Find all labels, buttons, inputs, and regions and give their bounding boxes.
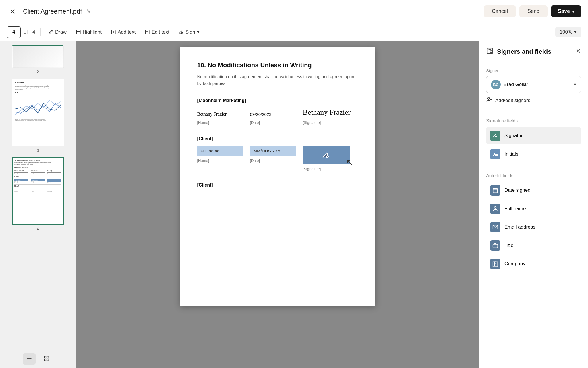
highlight-icon — [76, 30, 81, 35]
briefcase-icon — [492, 243, 498, 248]
sign-chevron-icon: ▾ — [197, 29, 200, 35]
svg-rect-17 — [493, 188, 498, 193]
initials-field-svg: Aa — [492, 151, 498, 157]
svg-point-21 — [494, 207, 496, 209]
company-label: Company — [504, 261, 525, 267]
client1-section: [Client] Full name [Name] MM/DD/YYYY [Da… — [197, 136, 358, 171]
client1-name-field[interactable]: Full name [Name] — [197, 146, 243, 171]
top-toolbar: Client Agreement.pdf ✎ Cancel Send Save … — [0, 0, 588, 23]
svg-point-12 — [490, 51, 492, 53]
signer-section-label: Signer — [486, 68, 581, 73]
svg-rect-9 — [45, 359, 46, 361]
page-number-input[interactable] — [7, 26, 21, 38]
close-panel-icon — [575, 48, 581, 54]
signer-name: Brad Gellar — [504, 82, 574, 87]
client1-sig-field[interactable]: ↖ [Signature] — [303, 146, 350, 171]
edit-text-icon — [145, 30, 150, 35]
company-field-item[interactable]: Company — [486, 255, 581, 273]
client1-sig-row: Full name [Name] MM/DD/YYYY [Date] ↖ [Si… — [197, 146, 358, 171]
zoom-chevron-icon: ▾ — [574, 29, 577, 35]
list-view-button[interactable] — [23, 353, 36, 365]
close-panel-button[interactable] — [575, 48, 581, 55]
signature-field-svg — [492, 133, 498, 139]
date-signed-field-item[interactable]: Date signed — [486, 182, 581, 199]
thumbnail-page-4[interactable]: 10. No Modifications Unless in Writing N… — [12, 157, 64, 231]
moonhelm-name-field: Bethany Frazier [Name] — [197, 108, 243, 125]
edit-text-tool-button[interactable]: Edit text — [141, 27, 173, 37]
grid-icon — [44, 356, 49, 361]
client1-sig-placeholder[interactable]: ↖ — [303, 146, 350, 164]
client1-label: [Client] — [197, 136, 358, 141]
add-text-icon — [111, 30, 116, 35]
thumb-label-3: 3 — [37, 148, 39, 153]
cancel-button[interactable]: Cancel — [484, 5, 516, 17]
thumb-img-4: 10. No Modifications Unless in Writing N… — [12, 157, 64, 225]
client1-sig-label: [Signature] — [303, 167, 350, 171]
edit-title-icon[interactable]: ✎ — [86, 8, 91, 15]
thumb-img-2 — [12, 45, 64, 68]
top-bar-right: Cancel Send Save ▾ — [484, 5, 581, 17]
email-icon — [490, 222, 500, 232]
pdf-page: 10. No Modifications Unless in Writing N… — [180, 47, 375, 306]
save-chevron-icon: ▾ — [572, 9, 574, 14]
initials-field-label: Initials — [504, 151, 518, 157]
person-add-icon — [486, 97, 492, 103]
full-name-label: Full name — [504, 206, 526, 212]
autofill-title: Auto-fill fields — [486, 173, 581, 178]
client1-name-placeholder[interactable]: Full name — [197, 146, 243, 156]
svg-point-15 — [488, 97, 490, 99]
sign-tool-button[interactable]: Sign ▾ — [175, 27, 204, 37]
company-icon — [490, 259, 500, 269]
thumbnail-page-2[interactable]: 2 — [12, 45, 64, 74]
svg-rect-8 — [47, 356, 49, 358]
signer-dropdown[interactable]: BG Brad Gellar ▾ — [486, 76, 581, 93]
initials-field-item[interactable]: Aa Initials — [486, 145, 581, 163]
moonhelm-date-field: 09/20/2023 [Date] — [250, 108, 296, 125]
draw-icon — [48, 30, 53, 35]
panel-title: Signers and fields — [486, 47, 552, 56]
grid-view-button[interactable] — [40, 353, 53, 365]
signature-icon — [322, 151, 331, 160]
initials-field-icon: Aa — [490, 149, 500, 159]
email-field-item[interactable]: Email address — [486, 218, 581, 236]
svg-rect-25 — [495, 262, 496, 263]
autofill-section: Auto-fill fields Date signed Full name E… — [479, 168, 588, 278]
save-button[interactable]: Save ▾ — [551, 5, 581, 17]
title-icon — [490, 240, 500, 251]
signature-field-item[interactable]: Signature — [486, 127, 581, 144]
building-icon — [492, 261, 498, 267]
main-content: 2 B. Statistics Statistics is the study … — [0, 41, 588, 368]
document-title: Client Agreement.pdf — [23, 8, 82, 15]
send-button[interactable]: Send — [519, 5, 548, 17]
close-button[interactable] — [7, 6, 18, 17]
draw-tool-button[interactable]: Draw — [44, 27, 71, 37]
date-signed-label: Date signed — [504, 187, 531, 193]
svg-rect-24 — [493, 262, 498, 267]
client1-date-placeholder[interactable]: MM/DD/YYYY — [250, 146, 296, 156]
add-text-tool-button[interactable]: Add text — [107, 27, 140, 37]
thumbnail-panel[interactable]: 2 B. Statistics Statistics is the study … — [0, 41, 76, 368]
signature-field-label: Signature — [504, 133, 525, 139]
client2-label: [Client] — [197, 183, 358, 188]
svg-rect-10 — [47, 359, 49, 361]
full-name-field-item[interactable]: Full name — [486, 200, 581, 217]
client1-date-field[interactable]: MM/DD/YYYY [Date] — [250, 146, 296, 171]
save-label: Save — [558, 8, 570, 14]
title-field-item[interactable]: Title — [486, 237, 581, 254]
moonhelm-date-value: 09/20/2023 — [250, 108, 296, 118]
cursor-icon: ↖ — [346, 157, 354, 168]
calendar-icon — [492, 187, 498, 193]
sig-fields-title: Signature fields — [486, 118, 581, 124]
page-of-text: of — [24, 29, 28, 35]
zoom-button[interactable]: 100% ▾ — [555, 27, 581, 37]
pdf-viewer[interactable]: 10. No Modifications Unless in Writing N… — [76, 41, 479, 368]
add-edit-signers-button[interactable]: Add/edit signers — [486, 93, 581, 108]
client1-name-label: [Name] — [197, 158, 243, 163]
signature-field-icon — [490, 131, 500, 141]
full-name-icon — [490, 204, 500, 214]
highlight-tool-button[interactable]: Highlight — [72, 27, 106, 37]
email-label: Email address — [504, 224, 535, 230]
thumbnail-page-3[interactable]: B. Statistics Statistics is the study an… — [12, 79, 64, 153]
moonhelm-date-label: [Date] — [250, 120, 296, 125]
thumb-label-4: 4 — [37, 227, 39, 231]
